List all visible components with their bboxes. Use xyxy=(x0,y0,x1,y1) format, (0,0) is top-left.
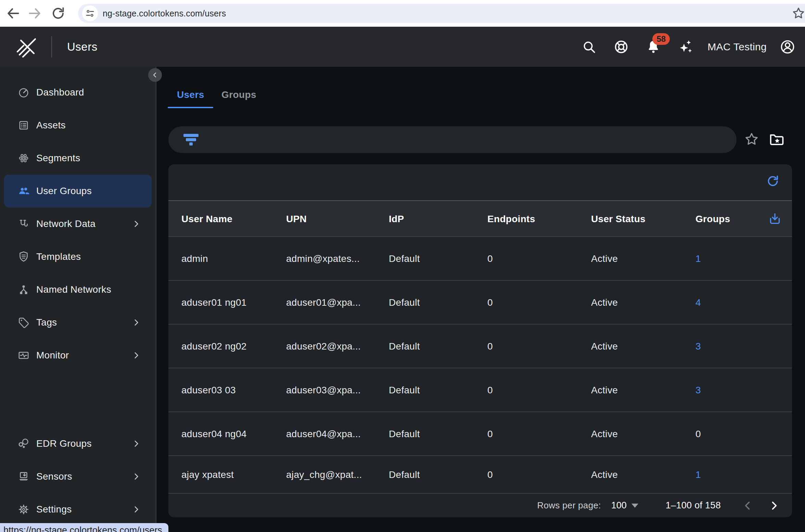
cell-user-name: aduser03 03 xyxy=(181,385,236,396)
sidebar-item-user-groups[interactable]: User Groups xyxy=(4,175,152,207)
cell-upn: admin@xpates... xyxy=(286,253,360,264)
sidebar-section-gap xyxy=(0,372,156,427)
table-pagination: Rows per page: 100 1–100 of 158 xyxy=(168,493,792,517)
sidebar-item-sensors[interactable]: Sensors xyxy=(0,460,156,493)
lifebuoy-icon xyxy=(614,39,629,54)
pagination-range: 1–100 of 158 xyxy=(666,500,721,511)
browser-forward-button[interactable] xyxy=(27,6,42,21)
refresh-icon xyxy=(766,174,780,188)
column-header-groups[interactable]: Groups xyxy=(695,214,730,225)
cell-groups-link[interactable]: 1 xyxy=(695,469,701,480)
account-menu-button[interactable] xyxy=(780,39,795,55)
cell-user-name: ajay xpatest xyxy=(181,469,234,480)
sidebar: Dashboard Assets Segments xyxy=(0,67,156,532)
sidebar-item-settings[interactable]: Settings xyxy=(0,493,156,526)
table-row[interactable]: admin admin@xpates... Default 0 Active 1 xyxy=(168,236,792,281)
forward-arrow-icon xyxy=(27,6,42,21)
table-row[interactable]: ajay xpatest ajay_chg@xpat... Default 0 … xyxy=(168,455,792,494)
download-button[interactable] xyxy=(768,212,782,226)
address-bar[interactable]: ng-stage.colortokens.com/users xyxy=(78,4,805,23)
filter-input[interactable] xyxy=(168,126,737,153)
sidebar-item-assets[interactable]: Assets xyxy=(0,109,156,142)
sidebar-item-templates[interactable]: Templates xyxy=(0,240,156,273)
browser-back-button[interactable] xyxy=(5,6,21,21)
cell-groups-link[interactable]: 4 xyxy=(695,297,701,308)
sidebar-item-named-networks[interactable]: Named Networks xyxy=(0,273,156,306)
table-header-row: User Name UPN IdP Endpoints User Status … xyxy=(168,200,792,237)
cell-idp: Default xyxy=(389,253,420,264)
sidebar-item-dashboard[interactable]: Dashboard xyxy=(0,76,156,109)
assets-icon xyxy=(17,119,30,132)
active-tab-underline xyxy=(168,107,213,108)
header-actions: 58 MAC Testing xyxy=(564,39,805,55)
cell-idp: Default xyxy=(389,469,420,480)
browser-reload-button[interactable] xyxy=(51,6,66,21)
reload-icon xyxy=(51,6,66,21)
column-header-endpoints[interactable]: Endpoints xyxy=(487,214,535,225)
cell-user-status: Active xyxy=(591,429,618,440)
user-groups-icon xyxy=(17,185,30,198)
cell-upn: aduser02@xpa... xyxy=(286,341,361,352)
sidebar-item-label: Network Data xyxy=(36,218,95,229)
refresh-button[interactable] xyxy=(766,174,780,188)
monitor-icon xyxy=(17,349,30,362)
cell-endpoints: 0 xyxy=(487,341,493,352)
colortokens-logo xyxy=(16,36,38,58)
sidebar-item-label: Tags xyxy=(36,317,57,328)
cell-endpoints: 0 xyxy=(487,385,493,396)
cell-upn: aduser04@xpa... xyxy=(286,429,361,440)
sidebar-item-label: User Groups xyxy=(36,186,92,197)
cell-groups-link[interactable]: 3 xyxy=(695,385,701,396)
search-button[interactable] xyxy=(582,39,597,54)
sparkles-icon xyxy=(678,39,693,55)
notifications-button[interactable]: 58 xyxy=(646,39,661,54)
dropdown-caret-icon[interactable] xyxy=(631,504,638,508)
sidebar-item-edr-groups[interactable]: EDR Groups xyxy=(0,427,156,460)
column-header-user-status[interactable]: User Status xyxy=(591,214,646,225)
column-header-user-name[interactable]: User Name xyxy=(181,214,232,225)
named-networks-icon xyxy=(17,283,30,296)
sidebar-item-monitor[interactable]: Monitor xyxy=(0,339,156,372)
rows-per-page-select[interactable]: 100 xyxy=(611,500,627,511)
header-divider xyxy=(51,36,52,58)
previous-page-button[interactable] xyxy=(742,500,754,511)
bookmark-button[interactable] xyxy=(791,6,805,21)
table-row[interactable]: aduser01 ng01 aduser01@xpa... Default 0 … xyxy=(168,280,792,325)
sidebar-item-label: Segments xyxy=(36,153,80,164)
next-page-button[interactable] xyxy=(768,500,780,511)
site-settings-button[interactable] xyxy=(82,5,98,21)
cell-groups-link[interactable]: 3 xyxy=(695,341,701,352)
sidebar-item-segments[interactable]: Segments xyxy=(0,142,156,175)
sidebar-item-label: Assets xyxy=(36,120,66,131)
column-header-idp[interactable]: IdP xyxy=(389,214,404,225)
sidebar-item-label: Named Networks xyxy=(36,284,111,295)
application-window: ng-stage.colortokens.com/users Users xyxy=(0,0,805,532)
chevron-right-icon xyxy=(132,219,141,228)
gear-icon xyxy=(17,503,30,516)
favorite-filter-button[interactable] xyxy=(744,132,759,147)
sidebar-nav: Dashboard Assets Segments xyxy=(0,67,156,526)
segments-icon xyxy=(17,152,30,165)
ai-assistant-button[interactable] xyxy=(678,39,693,54)
account-circle-icon xyxy=(780,39,795,55)
users-table-panel: User Name UPN IdP Endpoints User Status … xyxy=(168,164,792,517)
cell-groups-link[interactable]: 1 xyxy=(695,253,701,264)
column-header-upn[interactable]: UPN xyxy=(286,214,307,225)
sidebar-item-network-data[interactable]: Network Data xyxy=(0,207,156,240)
bookmark-star-icon xyxy=(791,6,805,21)
table-row[interactable]: aduser02 ng02 aduser02@xpa... Default 0 … xyxy=(168,324,792,368)
url-text: ng-stage.colortokens.com/users xyxy=(103,9,226,18)
cell-user-status: Active xyxy=(591,469,618,480)
sidebar-collapse-button[interactable] xyxy=(148,68,162,82)
table-row[interactable]: aduser03 03 aduser03@xpa... Default 0 Ac… xyxy=(168,368,792,412)
tab-groups[interactable]: Groups xyxy=(221,89,256,100)
cell-user-name: admin xyxy=(181,253,208,264)
sidebar-item-tags[interactable]: Tags xyxy=(0,306,156,339)
help-button[interactable] xyxy=(614,39,629,54)
templates-shield-icon xyxy=(17,250,30,263)
sidebar-item-label: Templates xyxy=(36,251,81,262)
sidebar-item-label: Dashboard xyxy=(36,87,84,98)
table-row[interactable]: aduser04 ng04 aduser04@xpa... Default 0 … xyxy=(168,411,792,456)
saved-filters-button[interactable] xyxy=(769,131,784,147)
tab-users[interactable]: Users xyxy=(177,89,204,100)
